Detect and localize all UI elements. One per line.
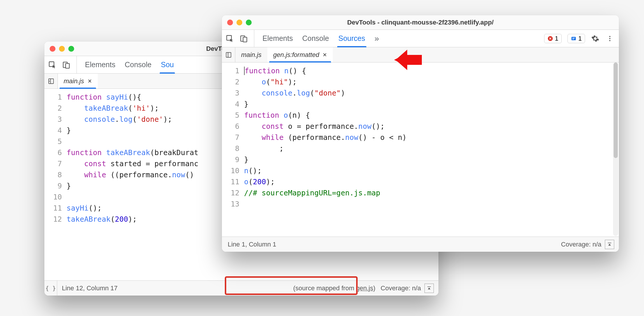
coverage-label: Coverage: n/a <box>381 284 421 292</box>
close-icon[interactable] <box>50 46 55 52</box>
navigator-toggle-icon[interactable] <box>222 47 235 62</box>
code-content[interactable]: function n() { o("hi"); console.log("don… <box>243 62 619 237</box>
maximize-icon[interactable] <box>68 46 74 52</box>
status-bar: { } Line 12, Column 17 (source mapped fr… <box>44 280 438 296</box>
scrollbar-thumb[interactable] <box>614 62 618 158</box>
navigator-toggle-icon[interactable] <box>44 74 58 88</box>
element-picker-icon[interactable] <box>48 60 57 69</box>
pretty-print-icon[interactable]: { } <box>44 281 57 296</box>
devtools-window-front: DevTools - clinquant-mousse-2f2396.netli… <box>222 15 619 252</box>
minimize-icon[interactable] <box>59 46 65 52</box>
maximize-icon[interactable] <box>246 20 252 25</box>
code-editor[interactable]: 12345678910111213 function n() { o("hi")… <box>222 62 619 237</box>
collapse-bottom-icon[interactable] <box>605 240 614 249</box>
collapse-bottom-icon[interactable] <box>424 284 434 293</box>
svg-point-9 <box>609 36 610 37</box>
traffic-lights <box>227 20 252 25</box>
svg-rect-12 <box>226 52 231 57</box>
device-toolbar-icon[interactable] <box>239 34 248 43</box>
kebab-menu-icon[interactable] <box>605 34 614 43</box>
svg-point-11 <box>609 40 610 41</box>
file-tab-label: main.js <box>241 51 262 59</box>
svg-rect-2 <box>66 63 69 68</box>
panel-tabs: Elements Console Sources » <box>254 30 544 47</box>
element-picker-icon[interactable] <box>225 34 234 43</box>
error-count-badge[interactable]: 1 <box>544 34 562 43</box>
tab-console[interactable]: Console <box>125 56 152 73</box>
cursor-position: Line 12, Column 17 <box>62 284 118 292</box>
close-icon[interactable] <box>227 20 233 25</box>
toolbar: Elements Console Sources » 1 1 <box>222 30 619 47</box>
file-tab-close-icon[interactable]: ✕ <box>323 52 327 58</box>
window-title: DevTools - clinquant-mousse-2f2396.netli… <box>222 19 619 26</box>
file-tab-close-icon[interactable]: ✕ <box>88 78 92 84</box>
scrollbar-track[interactable] <box>613 62 618 236</box>
toolbar-inspect-group <box>225 30 254 47</box>
file-tab-label: main.js <box>64 77 84 85</box>
line-gutter: 12345678910111213 <box>222 62 243 237</box>
status-bar: Line 1, Column 1 Coverage: n/a <box>222 237 619 252</box>
file-tab-label: gen.js:formatted <box>273 51 319 59</box>
svg-rect-6 <box>243 37 247 42</box>
tab-sources[interactable]: Sources <box>338 30 365 47</box>
file-tab-bar: main.js gen.js:formatted ✕ <box>222 47 619 62</box>
file-tab-main-js[interactable]: main.js <box>235 47 267 62</box>
svg-point-10 <box>609 38 610 39</box>
tab-elements[interactable]: Elements <box>85 56 115 73</box>
gear-icon[interactable] <box>591 34 600 43</box>
svg-rect-8 <box>571 37 576 40</box>
device-toolbar-icon[interactable] <box>62 60 71 69</box>
tab-overflow[interactable]: » <box>375 30 379 47</box>
coverage-label: Coverage: n/a <box>561 241 601 248</box>
traffic-lights <box>50 46 74 52</box>
toolbar-inspect-group <box>48 56 77 73</box>
line-gutter: 123456789101112 <box>44 89 65 280</box>
issues-count-badge[interactable]: 1 <box>568 34 585 43</box>
tab-sources[interactable]: Sou <box>161 56 174 73</box>
file-tab-main-js[interactable]: main.js ✕ <box>58 74 98 88</box>
titlebar[interactable]: DevTools - clinquant-mousse-2f2396.netli… <box>222 15 619 30</box>
cursor-position: Line 1, Column 1 <box>228 241 276 248</box>
tab-console[interactable]: Console <box>302 30 329 47</box>
tab-elements[interactable]: Elements <box>262 30 293 47</box>
minimize-icon[interactable] <box>236 20 242 25</box>
source-map-link[interactable]: gen.js <box>356 284 373 292</box>
file-tab-gen-js-formatted[interactable]: gen.js:formatted ✕ <box>267 47 333 62</box>
toolbar-right: 1 1 <box>544 30 619 47</box>
source-mapped-label: (source mapped from gen.js) <box>293 284 375 292</box>
